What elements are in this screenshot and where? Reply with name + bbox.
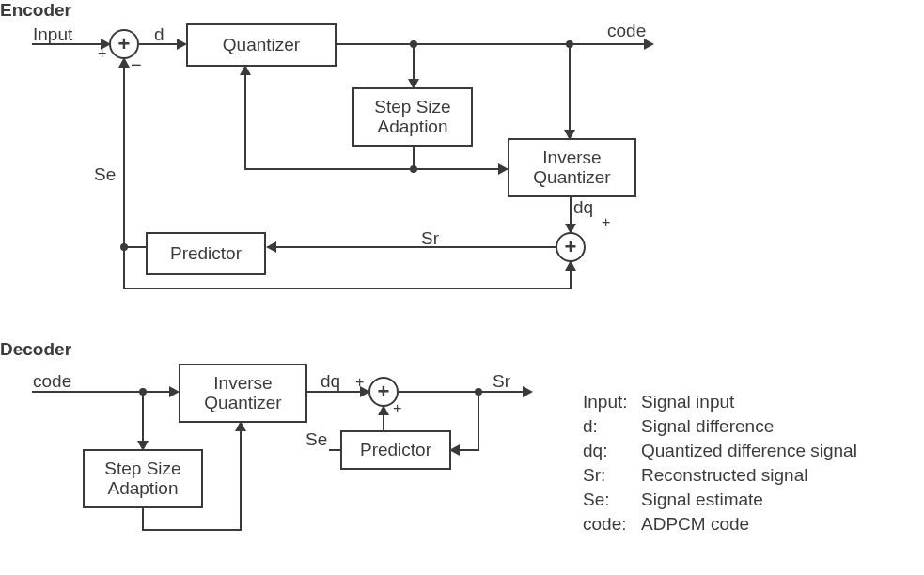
legend-val: Signal difference bbox=[641, 416, 774, 437]
arrowhead-icon bbox=[449, 444, 460, 456]
block-label: Predictor bbox=[170, 244, 242, 264]
wire bbox=[123, 63, 125, 248]
wire bbox=[569, 44, 571, 134]
wire bbox=[337, 43, 647, 45]
encoder-dq-plus: + bbox=[602, 214, 610, 231]
arrowhead-icon bbox=[565, 260, 576, 271]
decoder-inverse-quantizer-block: Inverse Quantizer bbox=[179, 364, 307, 423]
encoder-quantizer-block: Quantizer bbox=[186, 23, 337, 67]
legend-row: Input: Signal input bbox=[583, 392, 734, 412]
arrowhead-icon bbox=[360, 386, 370, 397]
decoder-title: Decoder bbox=[0, 339, 71, 360]
legend-val: ADPCM code bbox=[641, 514, 749, 535]
legend-key: Se: bbox=[583, 490, 641, 510]
legend-key: dq: bbox=[583, 441, 641, 461]
encoder-title: Encoder bbox=[0, 0, 71, 21]
legend-val: Quantized difference signal bbox=[641, 441, 857, 461]
sum-glyph: + bbox=[118, 32, 131, 56]
legend-row: Sr: Reconstructed signal bbox=[583, 465, 807, 486]
arrowhead-icon bbox=[378, 405, 389, 415]
wire bbox=[478, 392, 479, 450]
block-label: Predictor bbox=[360, 441, 431, 460]
legend-key: Input: bbox=[583, 392, 641, 412]
decoder-predictor-block: Predictor bbox=[340, 430, 451, 470]
encoder-d-label: d bbox=[154, 24, 164, 45]
wire bbox=[244, 70, 246, 170]
wire bbox=[329, 449, 340, 451]
block-label: Step Size Adaption bbox=[104, 459, 180, 499]
legend-key: Sr: bbox=[583, 465, 641, 486]
block-label: Step Size Adaption bbox=[374, 98, 450, 137]
wire bbox=[139, 43, 180, 45]
encoder-diff-sum-minus: − bbox=[131, 54, 142, 76]
encoder-se-label: Se bbox=[94, 164, 116, 185]
arrowhead-icon bbox=[565, 224, 576, 234]
decoder-sr-label: Sr bbox=[493, 371, 510, 392]
wire bbox=[273, 246, 556, 248]
arrowhead-icon bbox=[408, 79, 419, 89]
legend-key: d: bbox=[583, 416, 641, 437]
decoder-stepsize-block: Step Size Adaption bbox=[83, 449, 203, 508]
wire bbox=[123, 288, 572, 289]
wire bbox=[399, 391, 525, 393]
wire bbox=[307, 391, 364, 393]
block-label: Quantizer bbox=[223, 36, 300, 55]
wire bbox=[240, 427, 242, 531]
arrowhead-icon bbox=[564, 130, 575, 140]
decoder-recon-sum: + bbox=[368, 377, 399, 407]
decoder-code-label: code bbox=[33, 371, 71, 392]
legend-row: dq: Quantized difference signal bbox=[583, 441, 857, 461]
wire bbox=[32, 391, 173, 393]
decoder-se-label: Se bbox=[305, 429, 327, 450]
wire bbox=[244, 168, 503, 170]
block-label: Inverse Quantizer bbox=[533, 148, 610, 188]
arrowhead-icon bbox=[266, 241, 276, 253]
wire bbox=[142, 508, 144, 531]
encoder-recon-sum: + bbox=[556, 232, 586, 262]
wire bbox=[413, 44, 415, 84]
wire bbox=[32, 43, 104, 45]
block-label: Inverse Quantizer bbox=[204, 374, 281, 413]
legend-val: Reconstructed signal bbox=[641, 465, 807, 486]
legend-row: Se: Signal estimate bbox=[583, 490, 763, 510]
encoder-input-label: Input bbox=[33, 24, 72, 45]
legend-row: code: ADPCM code bbox=[583, 514, 749, 535]
arrowhead-icon bbox=[523, 386, 533, 397]
wire bbox=[142, 529, 242, 531]
arrowhead-icon bbox=[137, 441, 149, 451]
arrowhead-icon bbox=[118, 57, 130, 68]
arrowhead-icon bbox=[235, 421, 246, 431]
wire bbox=[123, 248, 125, 288]
legend-val: Signal input bbox=[641, 392, 734, 412]
legend-row: d: Signal difference bbox=[583, 416, 774, 437]
sum-glyph: + bbox=[378, 380, 390, 404]
arrowhead-icon bbox=[240, 65, 251, 75]
encoder-dq-label: dq bbox=[573, 197, 593, 218]
encoder-stepsize-block: Step Size Adaption bbox=[352, 87, 473, 147]
encoder-inverse-quantizer-block: Inverse Quantizer bbox=[508, 138, 636, 197]
sum-glyph: + bbox=[565, 235, 577, 259]
arrowhead-icon bbox=[177, 39, 187, 50]
arrowhead-icon bbox=[498, 163, 509, 175]
decoder-se-plus: + bbox=[393, 400, 401, 417]
adpcm-block-diagram: { "encoder": { "title": "Encoder", "inpu… bbox=[0, 0, 924, 575]
legend-key: code: bbox=[583, 514, 641, 535]
arrowhead-icon bbox=[169, 386, 180, 397]
encoder-code-label: code bbox=[607, 21, 646, 41]
decoder-dq-label: dq bbox=[321, 371, 340, 392]
legend-val: Signal estimate bbox=[641, 490, 763, 510]
arrowhead-icon bbox=[644, 39, 654, 50]
arrowhead-icon bbox=[101, 39, 111, 50]
encoder-predictor-block: Predictor bbox=[146, 232, 266, 275]
wire bbox=[142, 392, 144, 445]
